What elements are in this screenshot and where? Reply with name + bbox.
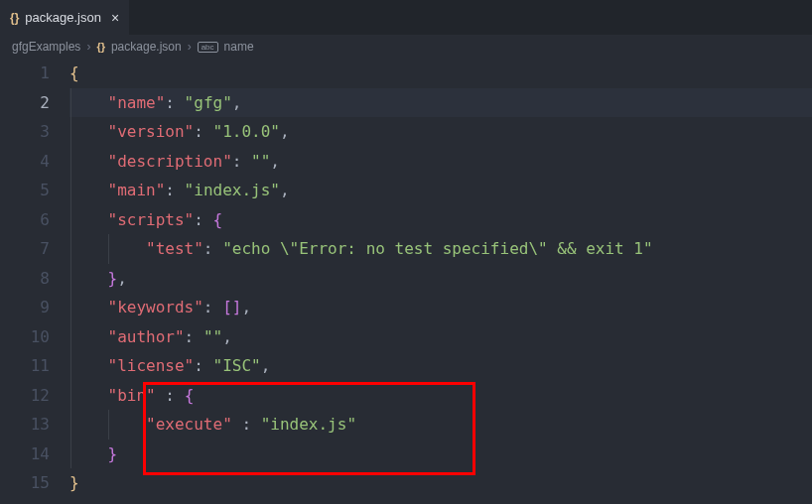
line-number: 14 [0,440,50,469]
tab-filename: package.json [25,10,101,25]
code-line: "name": "gfg", [69,88,812,118]
breadcrumb-symbol[interactable]: name [224,40,254,54]
line-number: 5 [0,176,50,205]
editor-tab[interactable]: {} package.json × [0,0,129,35]
code-line: "version": "1.0.0", [69,117,812,147]
line-number: 2 [0,88,50,118]
code-area[interactable]: { "name": "gfg", "version": "1.0.0", "de… [69,59,812,504]
code-line: "keywords": [], [69,293,812,322]
code-line: } [69,440,812,469]
json-icon: {} [10,11,19,25]
line-number: 11 [0,351,50,381]
line-number: 12 [0,381,50,411]
code-line: "description": "", [69,147,812,177]
line-number: 1 [0,59,50,88]
code-line: "scripts": { [69,205,812,235]
code-line: "license": "ISC", [69,351,812,381]
code-line: "execute" : "index.js" [69,410,812,440]
line-number: 10 [0,322,50,352]
breadcrumb[interactable]: gfgExamples › {} package.json › abc name [0,35,812,59]
editor[interactable]: 1 2 3 4 5 6 7 8 9 10 11 12 13 14 15 { "n… [0,59,812,504]
code-line: "main": "index.js", [69,176,812,205]
code-line: } [69,468,812,498]
json-icon: {} [96,41,105,53]
line-number: 9 [0,293,50,322]
code-line: "test": "echo \"Error: no test specified… [69,234,812,264]
line-number: 8 [0,264,50,294]
tab-bar: {} package.json × [0,0,812,35]
line-number: 4 [0,147,50,177]
line-number: 13 [0,410,50,440]
line-number: 7 [0,234,50,264]
close-icon[interactable]: × [111,10,119,26]
code-line: "author": "", [69,322,812,352]
breadcrumb-folder[interactable]: gfgExamples [12,40,80,54]
chevron-right-icon: › [188,40,192,54]
code-line: { [69,59,812,88]
code-line: "bin" : { [69,381,812,411]
line-number-gutter: 1 2 3 4 5 6 7 8 9 10 11 12 13 14 15 [0,59,69,504]
string-icon: abc [198,42,218,53]
line-number: 3 [0,117,50,147]
code-line: }, [69,264,812,294]
chevron-right-icon: › [86,40,90,54]
line-number: 6 [0,205,50,235]
breadcrumb-file[interactable]: package.json [111,40,182,54]
line-number: 15 [0,468,50,498]
